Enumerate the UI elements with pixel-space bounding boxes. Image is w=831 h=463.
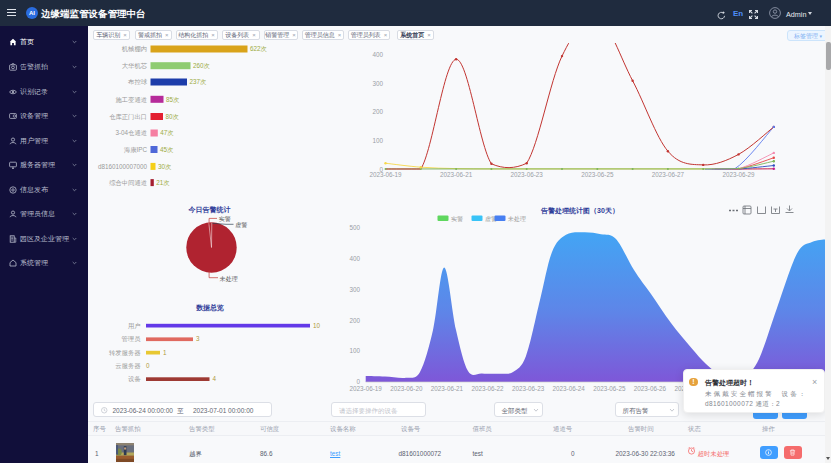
- svg-text:数据总览: 数据总览: [196, 303, 224, 312]
- svg-text:3: 3: [196, 335, 200, 342]
- svg-text:2023-06-22: 2023-06-22: [471, 385, 504, 392]
- svg-text:2023-06-25: 2023-06-25: [593, 385, 626, 392]
- svg-text:1: 1: [163, 349, 167, 356]
- svg-text:100: 100: [372, 137, 383, 144]
- svg-text:300: 300: [372, 80, 383, 87]
- svg-text:30次: 30次: [158, 163, 172, 170]
- svg-text:2023-06-19: 2023-06-19: [369, 171, 402, 178]
- svg-text:2023-06-19: 2023-06-19: [350, 385, 383, 392]
- svg-text:机械棚内: 机械棚内: [122, 45, 147, 52]
- svg-text:21次: 21次: [156, 179, 170, 186]
- svg-text:实警: 实警: [451, 216, 463, 223]
- svg-text:2023-06-25: 2023-06-25: [581, 171, 614, 178]
- svg-text:今日告警统计: 今日告警统计: [188, 205, 231, 214]
- svg-text:2023-06-29: 2023-06-29: [722, 171, 755, 178]
- svg-text:10: 10: [313, 322, 321, 329]
- svg-text:4: 4: [213, 375, 217, 382]
- svg-text:80次: 80次: [166, 113, 180, 120]
- svg-text:管理员: 管理员: [122, 335, 142, 343]
- svg-text:布控球: 布控球: [127, 78, 148, 85]
- svg-text:仓库正门出口: 仓库正门出口: [109, 113, 147, 121]
- svg-text:告警处理统计图（30天）: 告警处理统计图（30天）: [540, 206, 619, 215]
- svg-text:45次: 45次: [160, 146, 174, 153]
- svg-text:2023-06-26: 2023-06-26: [634, 385, 667, 392]
- svg-text:0: 0: [146, 362, 150, 369]
- svg-text:47次: 47次: [160, 129, 174, 136]
- svg-text:2023-06-24: 2023-06-24: [553, 385, 586, 392]
- svg-text:85次: 85次: [166, 96, 180, 103]
- svg-text:海康IPC: 海康IPC: [124, 146, 148, 154]
- svg-text:未处理: 未处理: [507, 215, 526, 223]
- svg-text:2023-06-23: 2023-06-23: [511, 171, 544, 178]
- svg-text:2023-06-27: 2023-06-27: [652, 171, 685, 178]
- svg-text:2023-06-23: 2023-06-23: [512, 385, 545, 392]
- svg-text:400: 400: [372, 51, 383, 58]
- svg-text:237次: 237次: [190, 78, 208, 85]
- svg-text:设备: 设备: [128, 375, 141, 382]
- svg-text:综合中间通道: 综合中间通道: [109, 179, 147, 187]
- svg-text:未处理: 未处理: [219, 275, 238, 283]
- svg-text:260次: 260次: [193, 62, 211, 69]
- svg-text:转发服务器: 转发服务器: [109, 349, 141, 357]
- svg-text:3-04仓通道: 3-04仓通道: [116, 129, 148, 136]
- svg-text:400: 400: [349, 255, 360, 262]
- svg-text:2023-06-21: 2023-06-21: [431, 385, 464, 392]
- svg-text:100: 100: [349, 347, 360, 354]
- svg-text:2023-06-21: 2023-06-21: [440, 171, 473, 178]
- svg-text:200: 200: [349, 317, 360, 324]
- svg-text:d8160100007000: d8160100007000: [98, 163, 148, 170]
- svg-text:2023-06-20: 2023-06-20: [390, 385, 423, 392]
- svg-text:云服务器: 云服务器: [115, 362, 141, 370]
- svg-text:施工变通道: 施工变通道: [116, 96, 147, 104]
- svg-text:用户: 用户: [128, 322, 141, 330]
- svg-text:300: 300: [349, 286, 360, 293]
- svg-text:622次: 622次: [250, 45, 268, 52]
- svg-text:大华机芯: 大华机芯: [122, 62, 148, 69]
- svg-text:200: 200: [372, 108, 383, 115]
- svg-text:500: 500: [349, 224, 360, 231]
- svg-text:实警: 实警: [219, 216, 231, 223]
- svg-text:虚警: 虚警: [235, 222, 247, 229]
